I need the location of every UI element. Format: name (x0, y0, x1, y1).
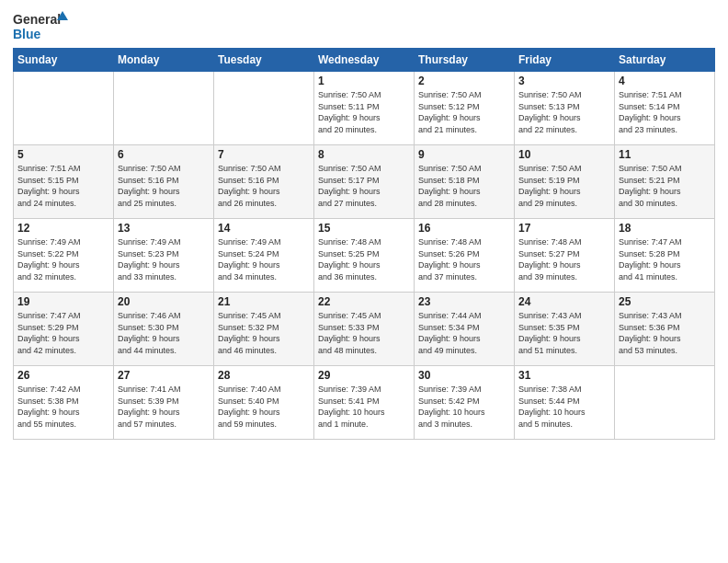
day-number: 20 (118, 295, 210, 308)
day-cell: 10Sunrise: 7:50 AM Sunset: 5:19 PM Dayli… (515, 145, 615, 219)
day-cell (14, 72, 114, 145)
day-cell: 18Sunrise: 7:47 AM Sunset: 5:28 PM Dayli… (615, 219, 715, 293)
day-number: 15 (318, 222, 410, 235)
weekday-header-friday: Friday (515, 49, 615, 72)
day-info: Sunrise: 7:47 AM Sunset: 5:28 PM Dayligh… (619, 236, 711, 282)
day-cell: 12Sunrise: 7:49 AM Sunset: 5:22 PM Dayli… (14, 219, 114, 293)
day-cell: 26Sunrise: 7:42 AM Sunset: 5:38 PM Dayli… (14, 366, 114, 440)
weekday-header-saturday: Saturday (615, 49, 715, 72)
day-cell: 16Sunrise: 7:48 AM Sunset: 5:26 PM Dayli… (415, 219, 515, 293)
page: General Blue SundayMondayTuesdayWednesda… (0, 0, 728, 563)
day-info: Sunrise: 7:39 AM Sunset: 5:41 PM Dayligh… (318, 384, 410, 430)
day-number: 31 (518, 369, 610, 382)
day-info: Sunrise: 7:43 AM Sunset: 5:35 PM Dayligh… (518, 310, 610, 356)
weekday-header-row: SundayMondayTuesdayWednesdayThursdayFrid… (14, 49, 715, 72)
logo-svg: General Blue (13, 9, 68, 42)
day-info: Sunrise: 7:50 AM Sunset: 5:16 PM Dayligh… (118, 163, 210, 209)
day-number: 4 (619, 75, 711, 87)
day-info: Sunrise: 7:46 AM Sunset: 5:30 PM Dayligh… (118, 310, 210, 356)
day-cell: 25Sunrise: 7:43 AM Sunset: 5:36 PM Dayli… (615, 293, 715, 366)
day-number: 2 (418, 75, 510, 87)
day-info: Sunrise: 7:50 AM Sunset: 5:12 PM Dayligh… (418, 89, 510, 135)
weekday-header-wednesday: Wednesday (314, 49, 415, 72)
day-cell: 8Sunrise: 7:50 AM Sunset: 5:17 PM Daylig… (314, 145, 415, 219)
day-number: 13 (118, 222, 210, 235)
calendar-table: SundayMondayTuesdayWednesdayThursdayFrid… (13, 48, 715, 440)
day-cell: 4Sunrise: 7:51 AM Sunset: 5:14 PM Daylig… (615, 72, 715, 145)
day-number: 6 (118, 148, 210, 161)
day-number: 19 (17, 295, 109, 308)
day-cell: 14Sunrise: 7:49 AM Sunset: 5:24 PM Dayli… (214, 219, 314, 293)
day-cell: 5Sunrise: 7:51 AM Sunset: 5:15 PM Daylig… (14, 145, 114, 219)
day-cell (214, 72, 314, 145)
day-cell: 2Sunrise: 7:50 AM Sunset: 5:12 PM Daylig… (415, 72, 515, 145)
day-cell: 19Sunrise: 7:47 AM Sunset: 5:29 PM Dayli… (14, 293, 114, 366)
day-number: 25 (619, 295, 711, 308)
day-info: Sunrise: 7:42 AM Sunset: 5:38 PM Dayligh… (17, 384, 109, 430)
day-cell: 1Sunrise: 7:50 AM Sunset: 5:11 PM Daylig… (314, 72, 415, 145)
day-number: 12 (17, 222, 109, 235)
day-number: 10 (518, 148, 610, 161)
day-number: 23 (418, 295, 510, 308)
day-number: 14 (218, 222, 310, 235)
day-number: 3 (518, 75, 610, 87)
week-row-2: 5Sunrise: 7:51 AM Sunset: 5:15 PM Daylig… (14, 145, 715, 219)
day-number: 24 (518, 295, 610, 308)
day-info: Sunrise: 7:49 AM Sunset: 5:22 PM Dayligh… (17, 236, 109, 282)
weekday-header-sunday: Sunday (14, 49, 114, 72)
svg-text:Blue: Blue (13, 27, 41, 41)
day-info: Sunrise: 7:40 AM Sunset: 5:40 PM Dayligh… (218, 384, 310, 430)
day-info: Sunrise: 7:39 AM Sunset: 5:42 PM Dayligh… (418, 384, 510, 430)
day-cell (114, 72, 214, 145)
logo: General Blue (13, 9, 68, 42)
weekday-header-thursday: Thursday (415, 49, 515, 72)
weekday-header-tuesday: Tuesday (214, 49, 314, 72)
day-info: Sunrise: 7:47 AM Sunset: 5:29 PM Dayligh… (17, 310, 109, 356)
day-info: Sunrise: 7:49 AM Sunset: 5:23 PM Dayligh… (118, 236, 210, 282)
day-info: Sunrise: 7:44 AM Sunset: 5:34 PM Dayligh… (418, 310, 510, 356)
day-info: Sunrise: 7:43 AM Sunset: 5:36 PM Dayligh… (619, 310, 711, 356)
day-info: Sunrise: 7:48 AM Sunset: 5:27 PM Dayligh… (518, 236, 610, 282)
day-cell: 13Sunrise: 7:49 AM Sunset: 5:23 PM Dayli… (114, 219, 214, 293)
day-cell: 11Sunrise: 7:50 AM Sunset: 5:21 PM Dayli… (615, 145, 715, 219)
week-row-4: 19Sunrise: 7:47 AM Sunset: 5:29 PM Dayli… (14, 293, 715, 366)
day-number: 17 (518, 222, 610, 235)
svg-text:General: General (13, 12, 61, 27)
day-info: Sunrise: 7:50 AM Sunset: 5:19 PM Dayligh… (518, 163, 610, 209)
day-cell: 9Sunrise: 7:50 AM Sunset: 5:18 PM Daylig… (415, 145, 515, 219)
day-cell: 22Sunrise: 7:45 AM Sunset: 5:33 PM Dayli… (314, 293, 415, 366)
header: General Blue (13, 9, 715, 42)
day-number: 16 (418, 222, 510, 235)
day-info: Sunrise: 7:50 AM Sunset: 5:11 PM Dayligh… (318, 89, 410, 135)
day-cell: 23Sunrise: 7:44 AM Sunset: 5:34 PM Dayli… (415, 293, 515, 366)
day-number: 11 (619, 148, 711, 161)
day-number: 5 (17, 148, 109, 161)
day-cell: 6Sunrise: 7:50 AM Sunset: 5:16 PM Daylig… (114, 145, 214, 219)
day-number: 27 (118, 369, 210, 382)
day-cell: 15Sunrise: 7:48 AM Sunset: 5:25 PM Dayli… (314, 219, 415, 293)
day-info: Sunrise: 7:50 AM Sunset: 5:17 PM Dayligh… (318, 163, 410, 209)
day-cell: 29Sunrise: 7:39 AM Sunset: 5:41 PM Dayli… (314, 366, 415, 440)
day-number: 22 (318, 295, 410, 308)
day-cell: 3Sunrise: 7:50 AM Sunset: 5:13 PM Daylig… (515, 72, 615, 145)
day-info: Sunrise: 7:50 AM Sunset: 5:13 PM Dayligh… (518, 89, 610, 135)
week-row-3: 12Sunrise: 7:49 AM Sunset: 5:22 PM Dayli… (14, 219, 715, 293)
day-cell: 31Sunrise: 7:38 AM Sunset: 5:44 PM Dayli… (515, 366, 615, 440)
day-info: Sunrise: 7:48 AM Sunset: 5:25 PM Dayligh… (318, 236, 410, 282)
weekday-header-monday: Monday (114, 49, 214, 72)
day-info: Sunrise: 7:50 AM Sunset: 5:16 PM Dayligh… (218, 163, 310, 209)
day-cell: 7Sunrise: 7:50 AM Sunset: 5:16 PM Daylig… (214, 145, 314, 219)
day-info: Sunrise: 7:41 AM Sunset: 5:39 PM Dayligh… (118, 384, 210, 430)
day-number: 21 (218, 295, 310, 308)
day-info: Sunrise: 7:38 AM Sunset: 5:44 PM Dayligh… (518, 384, 610, 430)
day-info: Sunrise: 7:48 AM Sunset: 5:26 PM Dayligh… (418, 236, 510, 282)
day-number: 30 (418, 369, 510, 382)
day-info: Sunrise: 7:51 AM Sunset: 5:14 PM Dayligh… (619, 89, 711, 135)
day-cell: 17Sunrise: 7:48 AM Sunset: 5:27 PM Dayli… (515, 219, 615, 293)
day-info: Sunrise: 7:50 AM Sunset: 5:18 PM Dayligh… (418, 163, 510, 209)
day-number: 28 (218, 369, 310, 382)
day-info: Sunrise: 7:51 AM Sunset: 5:15 PM Dayligh… (17, 163, 109, 209)
day-cell: 27Sunrise: 7:41 AM Sunset: 5:39 PM Dayli… (114, 366, 214, 440)
week-row-1: 1Sunrise: 7:50 AM Sunset: 5:11 PM Daylig… (14, 72, 715, 145)
day-number: 29 (318, 369, 410, 382)
